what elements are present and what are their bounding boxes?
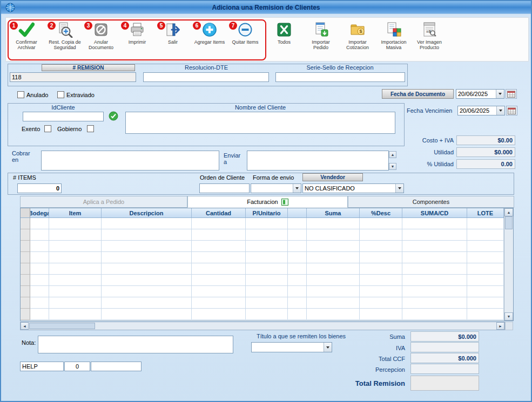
vendedor-select[interactable]: NO CLASIFICADO bbox=[302, 183, 404, 193]
scroll-right-icon[interactable]: ► bbox=[496, 322, 504, 330]
grid-cell[interactable] bbox=[30, 263, 49, 275]
grid-cell[interactable] bbox=[288, 218, 307, 229]
tab-aplica-a-pedido[interactable]: Aplica a Pedido bbox=[20, 196, 187, 208]
grid-cell[interactable] bbox=[192, 297, 246, 309]
fecha-documento-calendar-button[interactable] bbox=[506, 89, 517, 99]
help-number-field[interactable] bbox=[64, 362, 90, 371]
scroll-up-icon[interactable]: ▲ bbox=[504, 208, 513, 216]
grid-cell[interactable] bbox=[360, 218, 402, 229]
grid-cell[interactable] bbox=[30, 252, 49, 263]
idcliente-ok-button[interactable] bbox=[109, 111, 118, 122]
grid-row[interactable] bbox=[21, 218, 504, 229]
grid-cell[interactable] bbox=[402, 252, 467, 263]
grid-row-selector[interactable] bbox=[21, 297, 30, 309]
serie-sello-input[interactable] bbox=[275, 72, 405, 82]
grid-cell[interactable] bbox=[360, 263, 402, 275]
titulo-remision-dropdown[interactable] bbox=[324, 343, 332, 352]
grid-cell[interactable] bbox=[30, 241, 49, 252]
fecha-documento-button[interactable]: Fecha de Documento bbox=[382, 89, 454, 99]
grid-cell[interactable] bbox=[192, 229, 246, 241]
exento-checkbox[interactable] bbox=[44, 125, 51, 132]
grid-cell[interactable] bbox=[246, 297, 288, 309]
grid-cell[interactable] bbox=[246, 263, 288, 275]
grid-cell[interactable] bbox=[402, 218, 467, 229]
grid-cell[interactable] bbox=[360, 252, 402, 263]
grid-cell[interactable] bbox=[49, 263, 102, 275]
fecha-documento-dropdown[interactable] bbox=[496, 90, 504, 98]
vendedor-dropdown[interactable] bbox=[395, 184, 403, 193]
grid-cell[interactable] bbox=[288, 241, 307, 252]
grid-cell[interactable] bbox=[467, 297, 504, 309]
anular-documento-button[interactable]: 3 Anular Documento bbox=[84, 22, 118, 60]
grid-cell[interactable] bbox=[192, 218, 246, 229]
vendedor-button[interactable]: Vendedor bbox=[302, 173, 363, 181]
enviar-a-input[interactable] bbox=[247, 151, 389, 171]
grid-cell[interactable] bbox=[360, 286, 402, 297]
confirmar-archivar-button[interactable]: 1 Confirmar Archivar bbox=[9, 22, 44, 60]
grid-cell[interactable] bbox=[467, 241, 504, 252]
grid-cell[interactable] bbox=[307, 241, 360, 252]
grid-cell[interactable] bbox=[49, 252, 102, 263]
grid-cell[interactable] bbox=[402, 275, 467, 286]
grid-row-selector[interactable] bbox=[21, 229, 30, 241]
scroll-up-icon[interactable]: ▲ bbox=[389, 151, 396, 158]
grid-cell[interactable] bbox=[192, 309, 246, 320]
grid-cell[interactable] bbox=[360, 309, 402, 320]
scroll-left-icon[interactable]: ◄ bbox=[21, 322, 29, 330]
help-extra-field[interactable] bbox=[91, 362, 142, 371]
forma-envio-dropdown[interactable] bbox=[293, 184, 301, 193]
grid-cell[interactable] bbox=[192, 286, 246, 297]
grid-cell[interactable] bbox=[402, 309, 467, 320]
grid-cell[interactable] bbox=[402, 229, 467, 241]
grid-cell[interactable] bbox=[467, 263, 504, 275]
grid-cell[interactable] bbox=[307, 229, 360, 241]
resolucion-dte-input[interactable] bbox=[143, 72, 269, 82]
items-count-input[interactable] bbox=[17, 183, 62, 193]
grid-cell[interactable] bbox=[49, 275, 102, 286]
cobrar-en-input[interactable] bbox=[41, 151, 219, 171]
grid-row-selector[interactable] bbox=[21, 275, 30, 286]
forma-envio-select[interactable] bbox=[251, 183, 301, 193]
titulo-remision-select[interactable] bbox=[251, 342, 332, 352]
tab-facturacion[interactable]: Facturacion bbox=[187, 196, 348, 208]
v-scroll-track[interactable] bbox=[504, 216, 513, 312]
grid-cell[interactable] bbox=[360, 297, 402, 309]
tab-componentes[interactable]: Componentes bbox=[348, 196, 514, 208]
grid-cell[interactable] bbox=[102, 263, 192, 275]
scroll-down-icon[interactable]: ▼ bbox=[504, 312, 513, 321]
grid-row-selector[interactable] bbox=[21, 241, 30, 252]
grid-cell[interactable] bbox=[402, 241, 467, 252]
grid-cell[interactable] bbox=[102, 309, 192, 320]
grid-cell[interactable] bbox=[288, 229, 307, 241]
importar-cotizacion-button[interactable]: $ Importar Cotizacion bbox=[340, 22, 375, 60]
fecha-vencimiento-dropdown[interactable] bbox=[496, 106, 504, 115]
remision-number-input[interactable] bbox=[10, 72, 136, 82]
grid-cell[interactable] bbox=[49, 218, 102, 229]
grid-cell[interactable] bbox=[288, 297, 307, 309]
grid-cell[interactable] bbox=[49, 286, 102, 297]
help-field[interactable] bbox=[20, 362, 64, 371]
grid-horizontal-scrollbar[interactable]: ◄ ► bbox=[20, 322, 505, 330]
grid-cell[interactable] bbox=[102, 297, 192, 309]
grid-cell[interactable] bbox=[30, 218, 49, 229]
grid-cell[interactable] bbox=[30, 275, 49, 286]
salir-button[interactable]: 5 Salir bbox=[157, 22, 189, 60]
grid-cell[interactable] bbox=[402, 263, 467, 275]
agregar-items-button[interactable]: 6 Agregar Items bbox=[192, 22, 227, 60]
importacion-masiva-button[interactable]: Importacion Masiva bbox=[376, 22, 411, 60]
grid-cell[interactable] bbox=[288, 263, 307, 275]
grid-cell[interactable] bbox=[307, 297, 360, 309]
grid-cell[interactable] bbox=[246, 252, 288, 263]
grid-row-selector[interactable] bbox=[21, 286, 30, 297]
quitar-items-button[interactable]: 7 Quitar Items bbox=[228, 22, 262, 60]
grid-cell[interactable] bbox=[246, 218, 288, 229]
grid-cell[interactable] bbox=[402, 286, 467, 297]
grid-cell[interactable] bbox=[467, 252, 504, 263]
grid-cell[interactable] bbox=[102, 229, 192, 241]
orden-cliente-input[interactable] bbox=[199, 183, 250, 193]
grid-cell[interactable] bbox=[307, 263, 360, 275]
h-scroll-thumb[interactable] bbox=[29, 323, 95, 329]
grid-cell[interactable] bbox=[246, 229, 288, 241]
grid-row-selector[interactable] bbox=[21, 309, 30, 320]
grid-cell[interactable] bbox=[288, 309, 307, 320]
